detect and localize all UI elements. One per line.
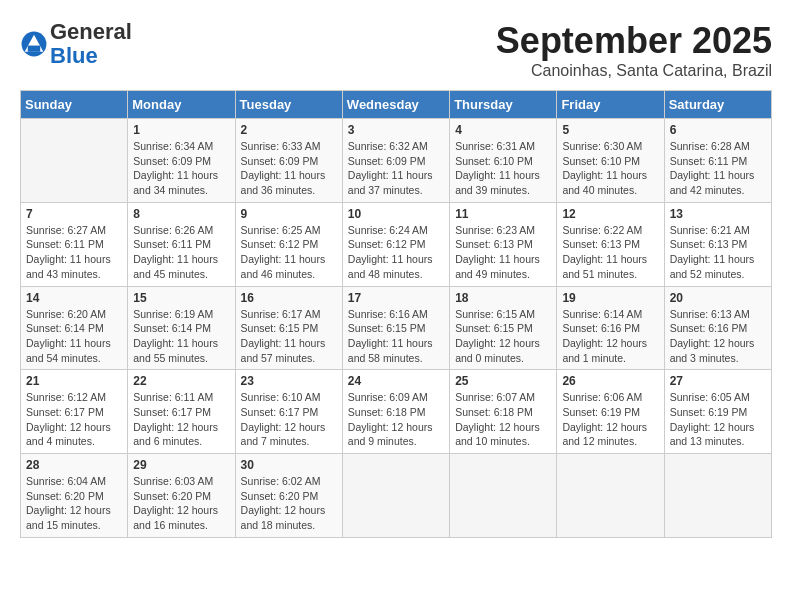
day-info: Sunrise: 6:09 AM Sunset: 6:18 PM Dayligh… [348,390,444,449]
day-number: 20 [670,291,766,305]
calendar-week-1: 1Sunrise: 6:34 AM Sunset: 6:09 PM Daylig… [21,119,772,203]
calendar-cell: 6Sunrise: 6:28 AM Sunset: 6:11 PM Daylig… [664,119,771,203]
day-info: Sunrise: 6:20 AM Sunset: 6:14 PM Dayligh… [26,307,122,366]
svg-rect-2 [28,46,40,52]
calendar-cell: 5Sunrise: 6:30 AM Sunset: 6:10 PM Daylig… [557,119,664,203]
calendar-cell: 10Sunrise: 6:24 AM Sunset: 6:12 PM Dayli… [342,202,449,286]
calendar-cell [557,454,664,538]
day-number: 26 [562,374,658,388]
day-info: Sunrise: 6:16 AM Sunset: 6:15 PM Dayligh… [348,307,444,366]
calendar-cell: 16Sunrise: 6:17 AM Sunset: 6:15 PM Dayli… [235,286,342,370]
day-number: 10 [348,207,444,221]
calendar-cell [21,119,128,203]
day-number: 9 [241,207,337,221]
day-info: Sunrise: 6:12 AM Sunset: 6:17 PM Dayligh… [26,390,122,449]
day-info: Sunrise: 6:25 AM Sunset: 6:12 PM Dayligh… [241,223,337,282]
day-info: Sunrise: 6:04 AM Sunset: 6:20 PM Dayligh… [26,474,122,533]
day-number: 12 [562,207,658,221]
day-info: Sunrise: 6:30 AM Sunset: 6:10 PM Dayligh… [562,139,658,198]
day-number: 7 [26,207,122,221]
calendar-cell: 3Sunrise: 6:32 AM Sunset: 6:09 PM Daylig… [342,119,449,203]
day-info: Sunrise: 6:19 AM Sunset: 6:14 PM Dayligh… [133,307,229,366]
month-title: September 2025 [496,20,772,62]
day-info: Sunrise: 6:33 AM Sunset: 6:09 PM Dayligh… [241,139,337,198]
day-number: 19 [562,291,658,305]
calendar-week-4: 21Sunrise: 6:12 AM Sunset: 6:17 PM Dayli… [21,370,772,454]
day-number: 6 [670,123,766,137]
column-header-friday: Friday [557,91,664,119]
calendar-cell: 14Sunrise: 6:20 AM Sunset: 6:14 PM Dayli… [21,286,128,370]
day-info: Sunrise: 6:21 AM Sunset: 6:13 PM Dayligh… [670,223,766,282]
day-number: 14 [26,291,122,305]
day-info: Sunrise: 6:15 AM Sunset: 6:15 PM Dayligh… [455,307,551,366]
calendar-cell: 8Sunrise: 6:26 AM Sunset: 6:11 PM Daylig… [128,202,235,286]
title-block: September 2025 Canoinhas, Santa Catarina… [496,20,772,80]
day-number: 24 [348,374,444,388]
day-info: Sunrise: 6:34 AM Sunset: 6:09 PM Dayligh… [133,139,229,198]
calendar-cell [342,454,449,538]
day-number: 21 [26,374,122,388]
calendar-week-2: 7Sunrise: 6:27 AM Sunset: 6:11 PM Daylig… [21,202,772,286]
calendar-cell: 26Sunrise: 6:06 AM Sunset: 6:19 PM Dayli… [557,370,664,454]
day-info: Sunrise: 6:24 AM Sunset: 6:12 PM Dayligh… [348,223,444,282]
calendar-cell: 22Sunrise: 6:11 AM Sunset: 6:17 PM Dayli… [128,370,235,454]
day-info: Sunrise: 6:32 AM Sunset: 6:09 PM Dayligh… [348,139,444,198]
calendar-cell: 12Sunrise: 6:22 AM Sunset: 6:13 PM Dayli… [557,202,664,286]
calendar-cell: 17Sunrise: 6:16 AM Sunset: 6:15 PM Dayli… [342,286,449,370]
logo: General Blue [20,20,132,68]
day-info: Sunrise: 6:03 AM Sunset: 6:20 PM Dayligh… [133,474,229,533]
day-info: Sunrise: 6:11 AM Sunset: 6:17 PM Dayligh… [133,390,229,449]
logo-icon [20,30,48,58]
calendar-cell: 28Sunrise: 6:04 AM Sunset: 6:20 PM Dayli… [21,454,128,538]
column-header-monday: Monday [128,91,235,119]
calendar-cell: 1Sunrise: 6:34 AM Sunset: 6:09 PM Daylig… [128,119,235,203]
day-number: 3 [348,123,444,137]
day-number: 11 [455,207,551,221]
day-number: 4 [455,123,551,137]
logo-blue-text: Blue [50,43,98,68]
day-info: Sunrise: 6:31 AM Sunset: 6:10 PM Dayligh… [455,139,551,198]
calendar-table: SundayMondayTuesdayWednesdayThursdayFrid… [20,90,772,538]
logo-general-text: General [50,19,132,44]
day-info: Sunrise: 6:06 AM Sunset: 6:19 PM Dayligh… [562,390,658,449]
day-number: 15 [133,291,229,305]
calendar-cell: 18Sunrise: 6:15 AM Sunset: 6:15 PM Dayli… [450,286,557,370]
day-info: Sunrise: 6:28 AM Sunset: 6:11 PM Dayligh… [670,139,766,198]
day-info: Sunrise: 6:02 AM Sunset: 6:20 PM Dayligh… [241,474,337,533]
day-info: Sunrise: 6:14 AM Sunset: 6:16 PM Dayligh… [562,307,658,366]
calendar-cell: 15Sunrise: 6:19 AM Sunset: 6:14 PM Dayli… [128,286,235,370]
calendar-header-row: SundayMondayTuesdayWednesdayThursdayFrid… [21,91,772,119]
day-info: Sunrise: 6:05 AM Sunset: 6:19 PM Dayligh… [670,390,766,449]
day-info: Sunrise: 6:23 AM Sunset: 6:13 PM Dayligh… [455,223,551,282]
calendar-cell: 9Sunrise: 6:25 AM Sunset: 6:12 PM Daylig… [235,202,342,286]
day-info: Sunrise: 6:27 AM Sunset: 6:11 PM Dayligh… [26,223,122,282]
calendar-cell: 30Sunrise: 6:02 AM Sunset: 6:20 PM Dayli… [235,454,342,538]
day-number: 8 [133,207,229,221]
day-number: 1 [133,123,229,137]
day-number: 29 [133,458,229,472]
calendar-cell: 23Sunrise: 6:10 AM Sunset: 6:17 PM Dayli… [235,370,342,454]
calendar-cell [450,454,557,538]
column-header-wednesday: Wednesday [342,91,449,119]
day-number: 25 [455,374,551,388]
day-number: 27 [670,374,766,388]
calendar-cell [664,454,771,538]
calendar-cell: 27Sunrise: 6:05 AM Sunset: 6:19 PM Dayli… [664,370,771,454]
calendar-week-5: 28Sunrise: 6:04 AM Sunset: 6:20 PM Dayli… [21,454,772,538]
day-number: 17 [348,291,444,305]
page-header: General Blue September 2025 Canoinhas, S… [20,20,772,80]
day-number: 13 [670,207,766,221]
column-header-tuesday: Tuesday [235,91,342,119]
day-number: 5 [562,123,658,137]
calendar-cell: 7Sunrise: 6:27 AM Sunset: 6:11 PM Daylig… [21,202,128,286]
calendar-cell: 21Sunrise: 6:12 AM Sunset: 6:17 PM Dayli… [21,370,128,454]
calendar-cell: 11Sunrise: 6:23 AM Sunset: 6:13 PM Dayli… [450,202,557,286]
day-info: Sunrise: 6:10 AM Sunset: 6:17 PM Dayligh… [241,390,337,449]
column-header-thursday: Thursday [450,91,557,119]
day-number: 2 [241,123,337,137]
day-info: Sunrise: 6:26 AM Sunset: 6:11 PM Dayligh… [133,223,229,282]
day-info: Sunrise: 6:07 AM Sunset: 6:18 PM Dayligh… [455,390,551,449]
calendar-cell: 2Sunrise: 6:33 AM Sunset: 6:09 PM Daylig… [235,119,342,203]
day-info: Sunrise: 6:13 AM Sunset: 6:16 PM Dayligh… [670,307,766,366]
calendar-cell: 24Sunrise: 6:09 AM Sunset: 6:18 PM Dayli… [342,370,449,454]
